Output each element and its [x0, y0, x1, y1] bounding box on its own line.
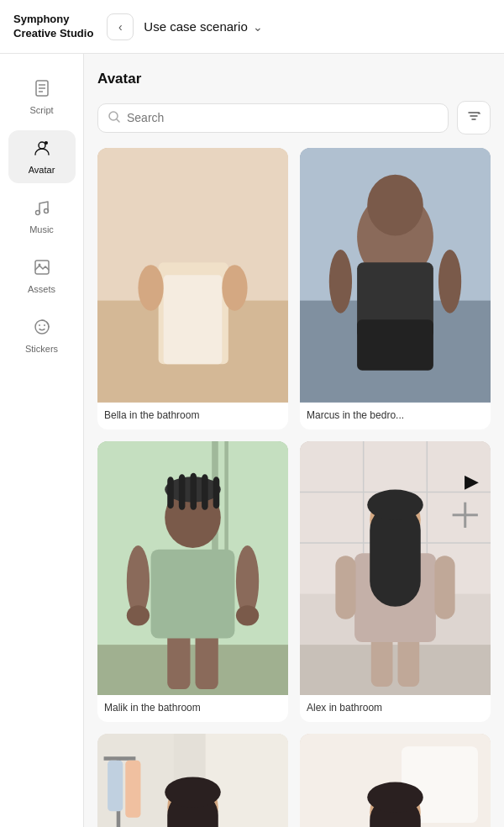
svg-point-48 — [236, 605, 259, 625]
sidebar-item-avatar[interactable]: Avatar — [8, 130, 76, 183]
avatar-thumbnail-alex-bedroom — [300, 734, 491, 827]
app-logo: Symphony Creative Studio — [13, 13, 93, 41]
avatar-card-alex-bath[interactable]: Alex in bathroom — [300, 441, 491, 723]
svg-point-28 — [329, 250, 352, 313]
svg-point-9 — [38, 264, 40, 266]
svg-rect-40 — [167, 477, 174, 508]
sidebar-item-assets[interactable]: Assets — [8, 250, 76, 303]
avatar-name-alex-bath: Alex in bathroom — [300, 695, 491, 722]
svg-point-26 — [367, 175, 423, 236]
avatar-name-bella: Bella in the bathroom — [97, 403, 288, 429]
avatar-thumbnail-marcus — [300, 148, 491, 403]
sidebar-label-stickers: Stickers — [25, 344, 58, 354]
avatar-card-alex-cloakroom[interactable]: Alex in cloakroom — [97, 734, 288, 827]
main-content: Avatar — [84, 54, 504, 827]
avatar-name-malik: Malik in the bathroom — [97, 695, 288, 722]
avatar-thumbnail-malik — [97, 441, 288, 696]
svg-point-12 — [44, 324, 45, 326]
svg-point-11 — [39, 324, 40, 326]
sidebar-item-stickers[interactable]: Stickers — [8, 309, 76, 362]
use-case-label: Use case scenario — [144, 19, 247, 34]
sidebar-label-avatar: Avatar — [29, 165, 55, 175]
use-case-selector[interactable]: Use case scenario ⌄ — [144, 19, 262, 34]
script-icon — [33, 79, 51, 102]
avatar-card-bella[interactable]: Bella in the bathroom — [97, 148, 288, 429]
sidebar-item-music[interactable]: Music — [8, 190, 76, 243]
avatar-name-marcus: Marcus in the bedro... — [300, 403, 491, 429]
svg-point-94 — [367, 782, 423, 813]
sidebar-label-music: Music — [29, 224, 54, 234]
sidebar: Script Avatar Music — [0, 54, 84, 827]
svg-point-20 — [138, 265, 163, 310]
avatar-grid: Bella in the bathroom — [97, 148, 491, 827]
avatar-card-marcus[interactable]: Marcus in the bedro... — [300, 148, 491, 429]
svg-rect-64 — [335, 556, 355, 619]
chevron-down-icon: ⌄ — [253, 20, 263, 34]
assets-icon — [33, 258, 51, 281]
sidebar-item-script[interactable]: Script — [8, 71, 76, 124]
svg-point-29 — [438, 250, 461, 313]
back-button[interactable]: ‹ — [107, 13, 134, 40]
svg-rect-43 — [202, 474, 208, 509]
svg-point-47 — [127, 605, 150, 625]
svg-rect-57 — [300, 645, 491, 696]
svg-rect-62 — [370, 504, 421, 606]
svg-point-6 — [35, 211, 39, 215]
svg-point-80 — [165, 777, 221, 808]
svg-rect-27 — [357, 319, 433, 371]
avatar-thumbnail-alex-bath — [300, 441, 491, 696]
svg-rect-41 — [179, 474, 186, 509]
search-icon — [108, 111, 120, 125]
stickers-icon — [33, 318, 51, 340]
svg-rect-37 — [151, 549, 235, 638]
svg-rect-34 — [97, 645, 288, 696]
sidebar-label-assets: Assets — [28, 284, 55, 294]
avatar-card-alex-bedroom[interactable]: Alex in bedroom — [300, 734, 491, 827]
svg-rect-65 — [434, 556, 454, 619]
filter-icon — [467, 109, 480, 126]
avatar-card-malik[interactable]: Malik in the bathroom — [97, 441, 288, 723]
svg-rect-19 — [164, 275, 223, 364]
svg-rect-44 — [213, 477, 220, 508]
section-title: Avatar — [97, 71, 491, 87]
svg-point-21 — [222, 265, 247, 310]
svg-rect-70 — [104, 757, 136, 761]
back-icon: ‹ — [118, 20, 123, 34]
app-header: Symphony Creative Studio ‹ Use case scen… — [0, 0, 504, 54]
avatar-icon — [33, 139, 51, 161]
svg-rect-42 — [190, 472, 197, 509]
svg-rect-72 — [125, 761, 140, 818]
search-row — [97, 101, 491, 134]
search-input[interactable] — [127, 111, 438, 124]
filter-button[interactable] — [457, 101, 491, 134]
svg-rect-71 — [108, 761, 123, 812]
svg-point-63 — [367, 489, 423, 519]
svg-line-14 — [117, 119, 119, 122]
svg-point-7 — [44, 209, 48, 213]
avatar-thumbnail-bella — [97, 148, 288, 403]
avatar-thumbnail-alex-cloakroom — [97, 734, 288, 827]
music-icon — [33, 198, 51, 221]
sidebar-label-script: Script — [29, 105, 53, 115]
svg-point-4 — [39, 142, 45, 149]
search-input-wrap[interactable] — [97, 103, 449, 133]
